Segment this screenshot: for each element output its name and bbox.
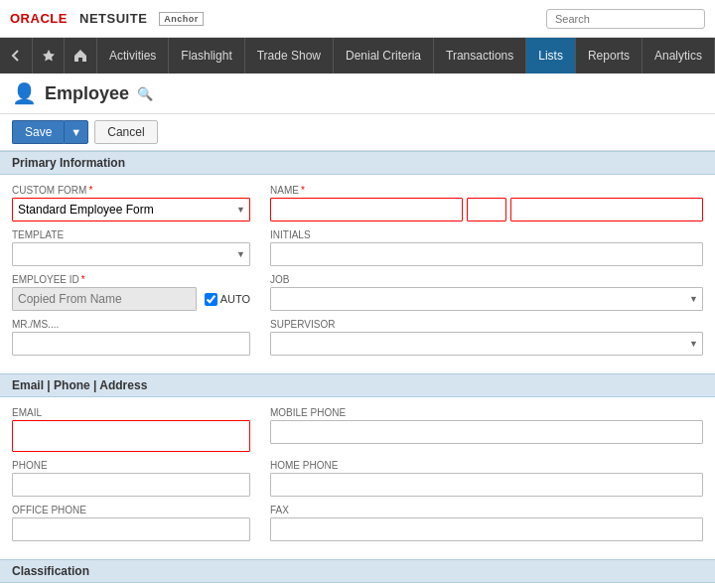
- toolbar: Save ▼ Cancel: [0, 114, 715, 151]
- custom-form-select[interactable]: Standard Employee Form: [12, 198, 250, 221]
- nav-denial[interactable]: Denial Criteria: [334, 38, 434, 74]
- logo: ORACLE NETSUITE Anchor: [10, 11, 204, 26]
- mobile-col: MOBILE PHONE: [270, 407, 703, 452]
- fax-label: FAX: [270, 505, 703, 515]
- home-phone-label: HOME PHONE: [270, 460, 703, 471]
- office-phone-input[interactable]: [12, 517, 250, 541]
- mobile-label: MOBILE PHONE: [270, 407, 703, 418]
- office-phone-label: OFFICE PHONE: [12, 505, 250, 515]
- job-select[interactable]: [270, 287, 703, 311]
- contact-row-1: EMAIL MOBILE PHONE: [12, 407, 703, 452]
- name-fields: [270, 198, 703, 221]
- name-first-input[interactable]: [270, 198, 463, 221]
- phone-col: PHONE: [12, 460, 250, 497]
- supervisor-label: SUPERVISOR: [270, 319, 703, 330]
- save-button-group: Save ▼: [12, 120, 88, 144]
- back-icon[interactable]: [0, 38, 33, 74]
- supervisor-col: SUPERVISOR: [270, 319, 703, 356]
- form-row-4: MR./MS.... SUPERVISOR: [12, 319, 703, 356]
- logo-netsuite: NETSUITE: [79, 11, 147, 26]
- classification-section-header: Classification: [0, 559, 715, 583]
- phone-label: PHONE: [12, 460, 250, 471]
- contact-section-header: Email | Phone | Address: [0, 373, 715, 397]
- name-col: NAME*: [270, 185, 703, 221]
- logo-anchor: Anchor: [159, 12, 204, 26]
- page-title: Employee: [45, 83, 129, 104]
- nav-tradeshow[interactable]: Trade Show: [245, 38, 334, 74]
- favorites-icon[interactable]: [33, 38, 66, 74]
- search-input[interactable]: [546, 9, 705, 29]
- nav-transactions[interactable]: Transactions: [434, 38, 526, 74]
- employee-icon: 👤: [12, 81, 37, 105]
- classification-section: SUBSIDIARY* CLASS DEPARTMENT: [0, 583, 715, 588]
- auto-checkbox-label[interactable]: AUTO: [205, 293, 250, 306]
- contact-section: EMAIL MOBILE PHONE PHONE HOME PHONE OFFI…: [0, 397, 715, 559]
- phone-input[interactable]: [12, 473, 250, 497]
- home-phone-col: HOME PHONE: [270, 460, 703, 497]
- nav-activities[interactable]: Activities: [97, 38, 169, 74]
- custom-form-select-wrapper: Standard Employee Form: [12, 198, 250, 221]
- initials-col: INITIALS: [270, 229, 703, 266]
- save-button[interactable]: Save: [12, 120, 64, 144]
- custom-form-col: CUSTOM FORM* Standard Employee Form: [12, 185, 250, 221]
- home-phone-input[interactable]: [270, 473, 703, 497]
- search-page-icon[interactable]: 🔍: [137, 86, 153, 101]
- employee-id-label: EMPLOYEE ID*: [12, 274, 250, 285]
- custom-form-label: CUSTOM FORM*: [12, 185, 250, 196]
- employee-id-col: EMPLOYEE ID* AUTO: [12, 274, 250, 311]
- nav-flashlight[interactable]: Flashlight: [169, 38, 244, 74]
- template-col: TEMPLATE: [12, 229, 250, 266]
- office-phone-col: OFFICE PHONE: [12, 505, 250, 541]
- form-row-2: TEMPLATE INITIALS: [12, 229, 703, 266]
- template-label: TEMPLATE: [12, 229, 250, 240]
- employee-id-input[interactable]: [12, 287, 197, 311]
- job-label: JOB: [270, 274, 703, 285]
- form-row-3: EMPLOYEE ID* AUTO JOB: [12, 274, 703, 311]
- template-select[interactable]: [12, 242, 250, 266]
- name-label: NAME*: [270, 185, 703, 196]
- fax-col: FAX: [270, 505, 703, 541]
- template-select-wrapper: [12, 242, 250, 266]
- fax-input[interactable]: [270, 517, 703, 541]
- save-dropdown-button[interactable]: ▼: [64, 120, 88, 144]
- svg-marker-0: [43, 50, 55, 62]
- form-row-1: CUSTOM FORM* Standard Employee Form NAME…: [12, 185, 703, 221]
- top-bar: ORACLE NETSUITE Anchor: [0, 0, 715, 38]
- primary-section-header: Primary Information: [0, 151, 715, 175]
- logo-oracle: ORACLE: [10, 11, 68, 26]
- contact-row-2: PHONE HOME PHONE: [12, 460, 703, 497]
- initials-input[interactable]: [270, 242, 703, 266]
- contact-row-3: OFFICE PHONE FAX: [12, 505, 703, 541]
- mrms-input[interactable]: [12, 332, 250, 356]
- page-header: 👤 Employee 🔍: [0, 74, 715, 114]
- email-label: EMAIL: [12, 407, 250, 418]
- nav-analytics[interactable]: Analytics: [643, 38, 715, 74]
- email-col: EMAIL: [12, 407, 250, 452]
- job-select-wrapper: [270, 287, 703, 311]
- nav-bar: Activities Flashlight Trade Show Denial …: [0, 38, 715, 74]
- employee-id-row: AUTO: [12, 287, 250, 311]
- cancel-button[interactable]: Cancel: [94, 120, 157, 144]
- auto-checkbox[interactable]: [205, 293, 217, 306]
- name-middle-input[interactable]: [467, 198, 506, 221]
- mrms-col: MR./MS....: [12, 319, 250, 356]
- supervisor-select[interactable]: [270, 332, 703, 356]
- supervisor-select-wrapper: [270, 332, 703, 356]
- initials-label: INITIALS: [270, 229, 703, 240]
- job-col: JOB: [270, 274, 703, 311]
- name-last-input[interactable]: [510, 198, 703, 221]
- nav-lists[interactable]: Lists: [526, 38, 576, 74]
- home-icon[interactable]: [65, 38, 97, 74]
- nav-reports[interactable]: Reports: [576, 38, 643, 74]
- mrms-label: MR./MS....: [12, 319, 250, 330]
- email-input[interactable]: [12, 420, 250, 452]
- mobile-input[interactable]: [270, 420, 703, 444]
- primary-section: CUSTOM FORM* Standard Employee Form NAME…: [0, 175, 715, 373]
